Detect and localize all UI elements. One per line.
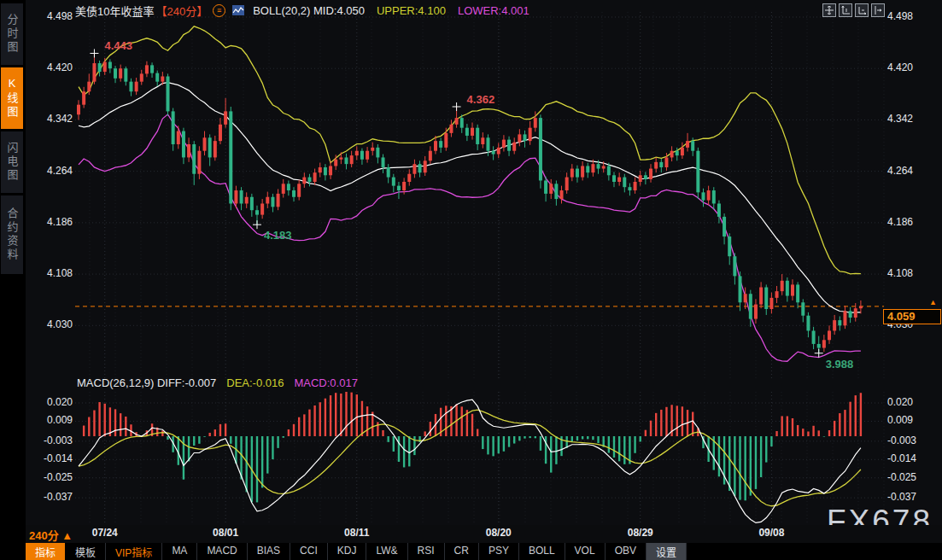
symbol-title: 美债10年收益率: [75, 3, 154, 19]
status-bar: 240分 ▲ 07/2408/0108/1108/2008/2909/08: [26, 525, 942, 543]
y-axis-label-right: 4.420: [887, 61, 937, 73]
macd-axis-label-left: -0.037: [31, 491, 73, 503]
y-axis-label-left: 4.264: [31, 165, 73, 177]
boll-upper-value: UPPER:4.100: [377, 4, 446, 17]
toolbar-item-5[interactable]: MACD: [197, 543, 247, 560]
y-axis-label-left: 4.498: [31, 10, 73, 22]
macd-axis-label-left: -0.003: [31, 435, 73, 446]
move-tool-icon[interactable]: [822, 3, 836, 17]
y-axis-label-left: 4.108: [31, 267, 73, 279]
price-annotation: 4.183: [264, 229, 292, 242]
sidebar-tab-kline-chart[interactable]: K线图: [1, 67, 23, 129]
toolbar-item-16[interactable]: 设置: [647, 543, 687, 560]
y-axis-label-right: 4.498: [887, 10, 937, 22]
macd-dea-value: DEA:-0.016: [226, 376, 284, 389]
sidebar-tab-contract-info[interactable]: 合约资料: [1, 195, 23, 274]
date-axis-label: 08/20: [479, 527, 518, 539]
price-annotation: 4.362: [467, 93, 495, 106]
boll-mid-value: BOLL(20,2) MID:4.050: [253, 4, 365, 17]
macd-axis-label-left: 0.009: [31, 414, 73, 426]
macd-axis-label-right: -0.003: [887, 435, 937, 446]
period-selector[interactable]: 240分 ▲: [29, 527, 73, 543]
current-price-badge: 4.059: [883, 309, 941, 324]
y-axis-label-right: 4.108: [887, 267, 937, 279]
toolbar-item-14[interactable]: VOL: [565, 543, 606, 560]
date-axis-label: 08/11: [337, 527, 377, 539]
sidebar-tab-time-chart[interactable]: 分时图: [1, 3, 23, 65]
sidebar-tab-flash-chart[interactable]: 闪电图: [1, 131, 23, 193]
macd-axis-label-left: 0.020: [31, 396, 73, 408]
toolbar-item-15[interactable]: OBV: [606, 543, 647, 560]
period-arrow-icon: ▲: [61, 529, 73, 542]
date-axis-label: 09/08: [752, 527, 791, 539]
mini-chart-icon[interactable]: [232, 5, 244, 15]
toolbar-item-4[interactable]: MA: [162, 543, 197, 560]
chart-header: 美债10年收益率【240分】≡BOLL(20,2) MID:4.050UPPER…: [75, 3, 530, 18]
toolbar-item-6[interactable]: BIAS: [248, 543, 290, 560]
macd-axis-label-left: -0.014: [31, 452, 73, 464]
date-axis-label: 08/29: [621, 527, 660, 539]
macd-axis-label-right: 0.009: [887, 414, 937, 426]
macd-axis-label-right: -0.037: [887, 491, 937, 503]
macd-header: MACD(26,12,9) DIFF:-0.007DEA:-0.016MACD:…: [77, 376, 358, 389]
pan-right-icon[interactable]: [871, 3, 885, 17]
chart-area[interactable]: 4.4434.3624.1833.988: [26, 0, 942, 525]
price-marker-arrow-icon: ▲: [929, 298, 937, 306]
y-axis-scale-icon[interactable]: [839, 3, 852, 17]
macd-axis-label-left: -0.025: [31, 471, 73, 483]
macd-diff-value: MACD(26,12,9) DIFF:-0.007: [77, 376, 216, 389]
toolbar-item-7[interactable]: CCI: [290, 543, 328, 560]
macd-axis-label-right: 0.020: [887, 396, 937, 408]
y-axis-label-left: 4.186: [31, 216, 73, 228]
indicator-toolbar: 指标模板VIP指标MAMACDBIASCCIKDJLW&RSICRPSYBOLL…: [26, 543, 942, 560]
toolbar-item-9[interactable]: LW&: [366, 543, 407, 560]
toolbar-item-10[interactable]: RSI: [408, 543, 445, 560]
date-axis-label: 08/01: [206, 527, 245, 539]
x-axis-scale-icon[interactable]: [855, 3, 869, 17]
price-annotation: 4.443: [104, 39, 132, 52]
toolbar-item-8[interactable]: KDJ: [328, 543, 367, 560]
toolbar-item-12[interactable]: PSY: [479, 543, 519, 560]
trading-app-window: { "sidebar": {"tabs": [ {"label": "分时图",…: [0, 0, 942, 560]
macd-axis-label-right: -0.025: [887, 471, 937, 483]
sidebar: 分时图 K线图 闪电图 合约资料: [0, 0, 24, 560]
macd-value: MACD:0.017: [294, 376, 357, 389]
y-axis-label-left: 4.420: [31, 61, 73, 73]
toolbar-item-13[interactable]: BOLL: [519, 543, 565, 560]
toolbar-item-3[interactable]: VIP指标: [106, 543, 162, 560]
toolbar-item-11[interactable]: CR: [445, 543, 479, 560]
boll-lower-value: LOWER:4.001: [458, 4, 530, 17]
main-chart-canvas[interactable]: 4.4434.3624.1833.988: [26, 0, 942, 525]
y-axis-label-right: 4.342: [887, 113, 937, 125]
chart-tool-icons: [822, 3, 885, 17]
indicator-menu-icon[interactable]: ≡: [213, 4, 225, 17]
toolbar-item-1[interactable]: 指标: [26, 543, 66, 560]
y-axis-label-right: 4.186: [887, 216, 937, 228]
date-axis-label: 07/24: [85, 527, 125, 539]
toolbar-item-2[interactable]: 模板: [66, 543, 106, 560]
y-axis-label-left: 4.030: [31, 318, 73, 330]
macd-axis-label-right: -0.014: [887, 452, 937, 464]
period-label: 【240分】: [155, 3, 208, 19]
y-axis-label-right: 4.264: [887, 165, 937, 177]
price-annotation: 3.988: [826, 358, 854, 370]
y-axis-label-left: 4.342: [31, 113, 73, 125]
